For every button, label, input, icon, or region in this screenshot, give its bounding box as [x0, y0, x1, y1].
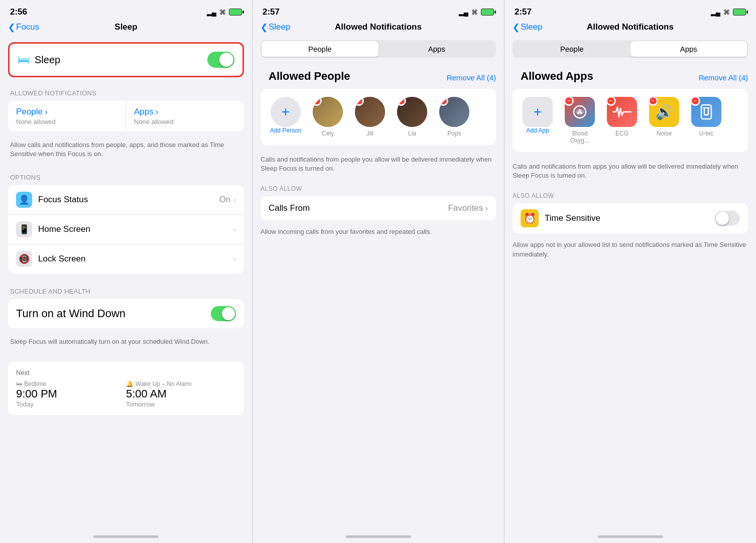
person-cely[interactable]: − Cely	[311, 97, 345, 137]
schedule-header: SCHEDULE AND HEALTH	[8, 288, 244, 295]
people-cell[interactable]: People › None allowed	[8, 101, 126, 131]
notif-helper-text: Allow calls and notifications from peopl…	[8, 135, 244, 164]
add-app-label: Add App	[526, 127, 549, 134]
seg-people-3[interactable]: People	[514, 41, 631, 57]
notif-grid: People › None allowed Apps › None allowe…	[8, 101, 244, 131]
svg-rect-1	[701, 105, 711, 119]
bedtime-label: 🛏 Bedtime	[16, 380, 126, 387]
content-2: Allowed People Remove All (4) + Add Pers…	[253, 66, 504, 531]
signal-icon-1: ▂▄	[207, 9, 216, 16]
allowed-notif-card: People › None allowed Apps › None allowe…	[8, 101, 244, 131]
sleep-text: Sleep	[35, 54, 60, 66]
nav-title-1: Sleep	[114, 22, 137, 32]
also-allow-header-3: ALSO ALLOW	[505, 184, 756, 203]
status-bar-1: 2:56 ▂▄ ⌘	[0, 0, 252, 20]
battery-icon-1	[229, 9, 242, 16]
apps-subtitle: None allowed	[134, 118, 236, 125]
person-pops-name: Pops	[447, 130, 461, 137]
home-indicator-3	[598, 535, 663, 538]
person-jill[interactable]: − Jill	[353, 97, 387, 137]
apps-title: Apps ›	[134, 107, 236, 117]
wakeup-time: 5:00 AM	[126, 387, 236, 400]
remove-all-apps[interactable]: Remove All (4)	[699, 73, 748, 82]
back-button-2[interactable]: ❮ Sleep	[261, 22, 290, 33]
calls-from-value-wrap: Favorites ›	[448, 203, 488, 213]
status-time-1: 2:56	[10, 7, 27, 17]
apps-helper: Calls and notifications from apps you al…	[505, 158, 756, 184]
status-icons-1: ▂▄ ⌘	[207, 9, 242, 16]
bed-icon: 🛏	[18, 53, 30, 67]
avatar-jill: −	[355, 97, 385, 127]
content-3: Allowed Apps Remove All (4) + Add App −	[505, 66, 756, 531]
focus-status-row[interactable]: 👤 Focus Status On ›	[8, 185, 244, 215]
apps-cell[interactable]: Apps › None allowed	[126, 101, 244, 131]
lock-screen-row[interactable]: 📵 Lock Screen ›	[8, 244, 244, 274]
bell-icon: 🔔	[126, 380, 134, 387]
blood-oxygen-item[interactable]: − Blood Oxyg...	[563, 97, 597, 144]
next-label: Next	[16, 369, 236, 376]
sleep-label: 🛏 Sleep	[18, 53, 60, 67]
seg-people-2[interactable]: People	[262, 41, 379, 57]
panel-sleep: 2:56 ▂▄ ⌘ ❮ Focus Sleep 🛏 Sleep ALLOWED …	[0, 0, 252, 543]
wind-down-toggle[interactable]	[211, 306, 236, 321]
next-card: Next 🛏 Bedtime 9:00 PM Today 🔔 Wake Up –…	[8, 362, 244, 415]
person-pops[interactable]: − Pops	[437, 97, 471, 137]
home-indicator-1	[93, 535, 159, 538]
battery-icon-2	[481, 9, 494, 16]
focus-status-value: On	[219, 195, 231, 205]
person-lia[interactable]: − Lia	[395, 97, 429, 137]
people-title: People ›	[16, 107, 117, 117]
calls-chevron: ›	[485, 203, 488, 213]
bedtime-day: Today	[16, 400, 126, 408]
allowed-apps-title: Allowed Apps	[513, 70, 601, 83]
time-sensitive-knob	[716, 212, 729, 225]
battery-icon-3	[733, 9, 746, 16]
also-allow-header-2: ALSO ALLOW	[253, 177, 504, 196]
remove-all-people[interactable]: Remove All (4)	[447, 73, 496, 82]
sleep-toggle[interactable]	[207, 52, 234, 68]
back-button-1[interactable]: ❮ Focus	[8, 22, 39, 33]
status-bar-3: 2:57 ▂▄ ⌘	[505, 0, 756, 20]
add-app-item[interactable]: + Add App	[521, 97, 555, 144]
time-sensitive-icon: ⏰	[521, 209, 539, 227]
time-sensitive-card: ⏰ Time Sensitive	[513, 203, 748, 233]
nav-bar-1: ❮ Focus Sleep	[0, 20, 252, 36]
allowed-people-title: Allowed People	[261, 70, 358, 83]
add-person-label: Add Person	[270, 127, 302, 134]
panel-allowed-people: 2:57 ▂▄ ⌘ ❮ Sleep Allowed Notifications …	[252, 0, 504, 543]
add-person-item[interactable]: + Add Person	[269, 97, 303, 137]
wind-down-helper: Sleep Focus will automatically turn on a…	[8, 332, 244, 351]
seg-apps-3[interactable]: Apps	[631, 41, 747, 57]
remove-noise-badge: −	[648, 96, 658, 106]
focus-status-chevron: ›	[233, 196, 236, 204]
ecg-name: ECG	[615, 130, 628, 137]
calls-from-label: Calls From	[269, 203, 310, 213]
home-screen-chevron: ›	[233, 225, 236, 233]
ecg-item[interactable]: − ECG	[605, 97, 639, 144]
wind-down-knob	[222, 307, 235, 320]
back-button-3[interactable]: ❮ Sleep	[513, 22, 542, 33]
toggle-knob	[219, 53, 233, 67]
nav-bar-3: ❮ Sleep Allowed Notifications	[505, 20, 756, 36]
avatar-pops: −	[439, 97, 469, 127]
calls-from-value: Favorites	[448, 203, 483, 213]
noise-name: Noise	[657, 130, 672, 137]
noise-item[interactable]: − 🔊 Noise	[647, 97, 681, 144]
focus-status-icon: 👤	[16, 192, 32, 208]
utec-item[interactable]: − U-tec	[689, 97, 723, 144]
seg-apps-2[interactable]: Apps	[379, 41, 495, 57]
seg-control-2: People Apps	[261, 40, 496, 58]
people-helper: Calls and notifications from people you …	[253, 151, 504, 177]
nav-title-2: Allowed Notifications	[335, 22, 422, 32]
time-sensitive-toggle[interactable]	[715, 211, 740, 226]
options-header: OPTIONS	[8, 174, 244, 181]
calls-from-card[interactable]: Calls From Favorites ›	[261, 196, 496, 220]
blood-oxygen-icon-wrap: −	[565, 97, 595, 127]
time-sensitive-row: ⏰ Time Sensitive	[513, 203, 748, 233]
home-screen-row[interactable]: 📱 Home Screen ›	[8, 215, 244, 244]
calls-helper-text: Allow incoming calls from your favorites…	[253, 223, 504, 240]
add-person-icon: +	[271, 97, 301, 127]
people-grid: + Add Person − Cely −	[261, 89, 496, 145]
people-chevron: ›	[45, 107, 48, 117]
home-screen-icon: 📱	[16, 221, 32, 237]
